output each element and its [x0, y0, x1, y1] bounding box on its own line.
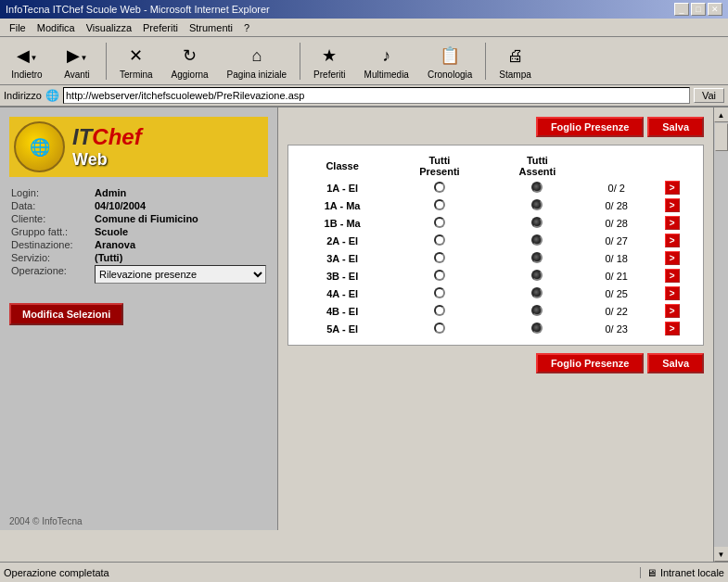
assenti-cell[interactable]	[491, 285, 585, 302]
presenti-radio[interactable]	[434, 287, 445, 298]
assenti-cell[interactable]	[491, 320, 585, 337]
menu-modifica[interactable]: Modifica	[32, 21, 81, 34]
nav-cell[interactable]: >	[648, 214, 696, 232]
assenti-cell[interactable]	[491, 196, 585, 214]
nav-cell[interactable]: >	[648, 285, 696, 302]
presenti-cell[interactable]	[389, 232, 490, 249]
score-cell: 0/ 25	[584, 285, 648, 302]
nav-cell[interactable]: >	[648, 196, 696, 214]
back-icon: ◀▼	[13, 42, 41, 70]
nav-cell[interactable]: >	[648, 249, 696, 267]
presenti-radio[interactable]	[434, 323, 445, 334]
assenti-cell[interactable]	[491, 214, 585, 232]
operazione-select[interactable]: Rilevazione presenze	[95, 265, 266, 284]
address-input[interactable]	[63, 87, 690, 104]
presenze-table: Classe TuttiPresenti TuttiAssenti 1A - E…	[296, 153, 696, 337]
assenti-radio[interactable]	[531, 234, 543, 246]
modifica-selezioni-button[interactable]: Modifica Selezioni	[9, 303, 123, 325]
presenti-cell[interactable]	[389, 179, 490, 196]
assenti-radio[interactable]	[531, 323, 543, 334]
nav-arrow-button[interactable]: >	[665, 181, 680, 195]
nav-cell[interactable]: >	[648, 267, 696, 285]
scroll-thumb[interactable]	[715, 123, 728, 151]
refresh-button[interactable]: ↻ Aggiorna	[164, 40, 216, 82]
menu-file[interactable]: File	[4, 21, 32, 34]
salva-top-button[interactable]: Salva	[647, 117, 704, 137]
favorites-button[interactable]: ★ Preferiti	[306, 40, 352, 82]
nav-arrow-button[interactable]: >	[665, 304, 680, 318]
nav-arrow-button[interactable]: >	[665, 251, 680, 265]
scrollbar-vertical: ▲ ▼	[713, 108, 728, 562]
nav-cell[interactable]: >	[648, 179, 696, 196]
menu-help[interactable]: ?	[238, 21, 255, 34]
home-button[interactable]: ⌂ Pagina iniziale	[220, 40, 295, 82]
assenti-radio[interactable]	[531, 199, 543, 210]
close-button[interactable]: ✕	[708, 3, 722, 16]
presenti-radio[interactable]	[434, 252, 445, 263]
assenti-radio[interactable]	[531, 217, 543, 228]
classe-cell: 1A - El	[296, 179, 389, 196]
assenti-radio[interactable]	[531, 182, 543, 193]
classe-cell: 3A - El	[296, 249, 389, 267]
nav-arrow-button[interactable]: >	[665, 234, 680, 247]
assenti-radio[interactable]	[531, 270, 543, 281]
scroll-down-button[interactable]: ▼	[714, 547, 729, 562]
maximize-button[interactable]: □	[691, 3, 706, 16]
presenti-cell[interactable]	[389, 302, 490, 320]
vai-button[interactable]: Vai	[694, 88, 724, 103]
assenti-cell[interactable]	[491, 232, 585, 249]
nav-cell[interactable]: >	[648, 320, 696, 337]
presenti-cell[interactable]	[389, 285, 490, 302]
foglio-presenze-top-button[interactable]: Foglio Presenze	[536, 117, 644, 137]
assenti-cell[interactable]	[491, 249, 585, 267]
assenti-cell[interactable]	[491, 179, 585, 196]
history-icon: 📋	[436, 42, 464, 70]
history-button[interactable]: 📋 Cronologia	[420, 40, 479, 82]
back-button[interactable]: ◀▼ Indietro	[4, 40, 50, 82]
multimedia-button[interactable]: ♪ Multimedia	[357, 40, 416, 82]
scroll-up-button[interactable]: ▲	[714, 108, 729, 122]
menu-strumenti[interactable]: Strumenti	[184, 21, 238, 34]
minimize-button[interactable]: _	[674, 3, 689, 16]
score-cell: 0/ 28	[584, 214, 648, 232]
nav-arrow-button[interactable]: >	[665, 269, 680, 283]
window-title: InfoTecna ITChef Scuole Web - Microsoft …	[6, 4, 270, 15]
nav-cell[interactable]: >	[648, 232, 696, 249]
nav-arrow-button[interactable]: >	[665, 322, 680, 335]
stop-button[interactable]: ✕ Termina	[112, 40, 160, 82]
print-button[interactable]: 🖨 Stampa	[492, 40, 538, 82]
presenti-radio[interactable]	[434, 199, 445, 210]
presenti-radio[interactable]	[434, 217, 445, 228]
score-cell: 0/ 23	[584, 320, 648, 337]
nav-cell[interactable]: >	[648, 302, 696, 320]
stop-icon: ✕	[122, 42, 150, 70]
nav-arrow-button[interactable]: >	[665, 216, 680, 230]
presenti-cell[interactable]	[389, 214, 490, 232]
info-row-servizio: Servizio: (Tutti)	[9, 251, 268, 264]
nav-arrow-button[interactable]: >	[665, 198, 680, 212]
foglio-presenze-bottom-button[interactable]: Foglio Presenze	[536, 353, 644, 373]
classe-cell: 5A - El	[296, 320, 389, 337]
menu-visualizza[interactable]: Visualizza	[81, 21, 137, 34]
presenti-radio[interactable]	[434, 305, 445, 316]
menu-preferiti[interactable]: Preferiti	[137, 21, 184, 34]
data-label: Data:	[9, 199, 93, 212]
presenti-radio[interactable]	[434, 270, 445, 281]
presenti-radio[interactable]	[434, 182, 445, 193]
presenti-cell[interactable]	[389, 267, 490, 285]
presenti-radio[interactable]	[434, 234, 445, 246]
assenti-radio[interactable]	[531, 287, 543, 298]
forward-button[interactable]: ▶▼ Avanti	[54, 40, 100, 82]
assenti-radio[interactable]	[531, 305, 543, 316]
table-row: 1A - El 0/ 2 >	[296, 179, 696, 196]
salva-bottom-button[interactable]: Salva	[647, 353, 704, 373]
presenti-cell[interactable]	[389, 249, 490, 267]
nav-arrow-button[interactable]: >	[665, 286, 680, 300]
assenti-cell[interactable]	[491, 267, 585, 285]
score-cell: 0/ 28	[584, 196, 648, 214]
assenti-radio[interactable]	[531, 252, 543, 263]
assenti-cell[interactable]	[491, 302, 585, 320]
presenti-cell[interactable]	[389, 320, 490, 337]
presenze-table-wrapper: Classe TuttiPresenti TuttiAssenti 1A - E…	[287, 145, 704, 346]
presenti-cell[interactable]	[389, 196, 490, 214]
